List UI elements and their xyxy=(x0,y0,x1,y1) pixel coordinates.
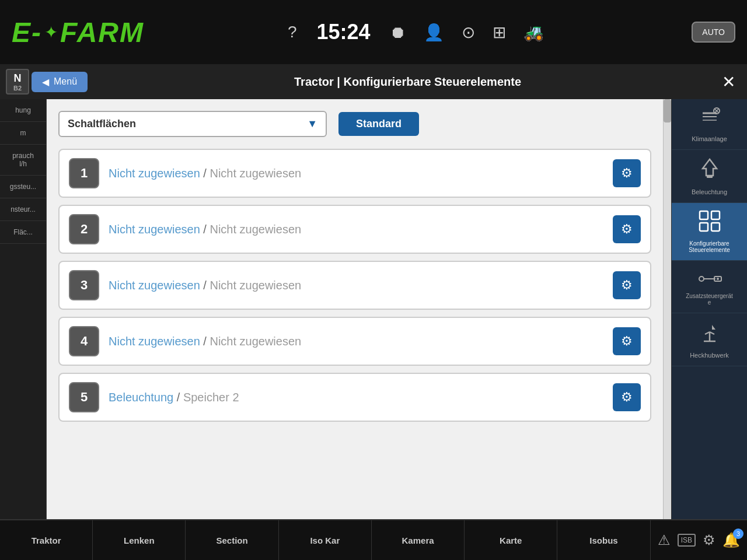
main-area: hung m prauchl/h gssteu... nsteur... Flä… xyxy=(0,99,747,519)
item-number-5: 5 xyxy=(69,382,99,412)
right-item-heckhubwerk[interactable]: Heckhubwerk xyxy=(672,313,747,366)
notification-count: 3 xyxy=(733,528,743,539)
beleuchtung-label: Beleuchtung xyxy=(692,188,727,195)
config-item-4: 4 Nicht zugewiesen / Nicht zugewiesen ⚙ xyxy=(58,317,651,366)
menu-button[interactable]: ◀ Menü xyxy=(32,72,88,92)
left-item-prauch: prauchl/h xyxy=(0,145,46,176)
left-item-gssteu: gssteu... xyxy=(0,176,46,198)
bell-icon[interactable]: 🔔 3 xyxy=(722,532,740,548)
right-sidebar: Klimaanlage Beleuchtung Ko xyxy=(671,99,747,519)
center-panel: Schaltflächen ▼ Standard 1 Nicht zugewie… xyxy=(47,99,663,519)
left-item-nsteur: nsteur... xyxy=(0,198,46,221)
klimaanlage-label: Klimaanlage xyxy=(692,135,727,142)
konfigurierbare-label: KonfigurierbareSteuerelemente xyxy=(689,240,730,253)
item-number-3: 3 xyxy=(69,270,99,300)
svg-rect-8 xyxy=(700,211,708,219)
dropdown-label: Schaltflächen xyxy=(68,118,136,130)
item-first-5: Beleuchtung xyxy=(109,391,173,404)
svg-point-15 xyxy=(717,278,719,280)
gear-button-4[interactable]: ⚙ xyxy=(613,327,641,355)
top-bar: E- ✦ FARM ? 15:24 ⏺ 👤 ⊙ ⊞ 🚜 AUTO xyxy=(0,0,747,64)
tab-isokar[interactable]: Iso Kar xyxy=(279,520,372,560)
zusatz-label: Zusatzsteuergeräte xyxy=(686,293,733,306)
gear-button-3[interactable]: ⚙ xyxy=(613,271,641,299)
item-first-4: Nicht zugewiesen xyxy=(109,335,200,348)
right-item-beleuchtung[interactable]: Beleuchtung xyxy=(672,150,747,203)
bottom-bar: Traktor Lenken Section Iso Kar Kamera Ka… xyxy=(0,519,747,560)
item-second-2: Nicht zugewiesen xyxy=(210,223,301,236)
rec-icon: ⏺ xyxy=(390,23,406,42)
dropdown-arrow-icon: ▼ xyxy=(307,118,317,130)
item-second-3: Nicht zugewiesen xyxy=(210,279,301,292)
item-label-4: Nicht zugewiesen / Nicht zugewiesen xyxy=(109,335,603,348)
standard-button[interactable]: Standard xyxy=(338,112,419,136)
svg-rect-11 xyxy=(711,223,720,231)
tab-isobus-label: Isobus xyxy=(589,536,617,545)
right-item-klimaanlage[interactable]: Klimaanlage xyxy=(672,99,747,150)
config-item-1: 1 Nicht zugewiesen / Nicht zugewiesen ⚙ xyxy=(58,149,651,198)
svg-rect-7 xyxy=(707,176,713,178)
svg-marker-6 xyxy=(703,159,717,176)
config-item-5: 5 Beleuchtung / Speicher 2 ⚙ xyxy=(58,373,651,422)
clock: 15:24 xyxy=(314,20,372,44)
close-button[interactable]: ✕ xyxy=(722,72,735,92)
item-sep-1: / xyxy=(203,167,210,180)
isb-badge: ISB xyxy=(678,534,696,547)
item-number-2: 2 xyxy=(69,214,99,244)
item-first-3: Nicht zugewiesen xyxy=(109,279,200,292)
tab-isokar-label: Iso Kar xyxy=(310,536,340,545)
left-item-m: m xyxy=(0,122,46,145)
settings-icon[interactable]: ⚙ xyxy=(703,532,715,548)
heckhubwerk-icon xyxy=(699,320,720,348)
top-center: ? 15:24 ⏺ 👤 ⊙ ⊞ 🚜 xyxy=(152,20,680,44)
tab-lenken-label: Lenken xyxy=(124,536,155,545)
help-icon[interactable]: ? xyxy=(288,23,297,41)
scrollbar[interactable] xyxy=(663,99,671,519)
schaltflachen-dropdown[interactable]: Schaltflächen ▼ xyxy=(58,111,327,137)
config-item-2: 2 Nicht zugewiesen / Nicht zugewiesen ⚙ xyxy=(58,205,651,254)
logo-text2: FARM xyxy=(60,16,144,48)
tab-section-label: Section xyxy=(216,536,247,545)
left-sidebar: hung m prauchl/h gssteu... nsteur... Flä… xyxy=(0,99,47,519)
second-bar: N B2 ◀ Menü Tractor | Konfigurierbare St… xyxy=(0,64,747,99)
config-item-3: 3 Nicht zugewiesen / Nicht zugewiesen ⚙ xyxy=(58,261,651,310)
right-item-konfigurierbare[interactable]: KonfigurierbareSteuerelemente xyxy=(672,203,747,261)
tab-traktor-label: Traktor xyxy=(32,536,61,545)
gear-button-2[interactable]: ⚙ xyxy=(613,215,641,243)
beleuchtung-icon xyxy=(699,157,720,185)
b2-label: B2 xyxy=(13,85,22,92)
n-label: N xyxy=(14,72,22,85)
gear-button-5[interactable]: ⚙ xyxy=(613,383,641,411)
item-second-4: Nicht zugewiesen xyxy=(210,335,301,348)
tab-karte-label: Karte xyxy=(500,536,522,545)
tab-karte[interactable]: Karte xyxy=(465,520,557,560)
bottom-icons: ⚠ ISB ⚙ 🔔 3 xyxy=(651,520,747,560)
warning-icon[interactable]: ⚠ xyxy=(658,532,671,548)
tab-traktor[interactable]: Traktor xyxy=(0,520,93,560)
svg-rect-9 xyxy=(711,211,720,219)
tab-isobus[interactable]: Isobus xyxy=(557,520,650,560)
item-number-1: 1 xyxy=(69,158,99,188)
item-number-4: 4 xyxy=(69,326,99,356)
right-item-zusatz[interactable]: Zusatzsteuergeräte xyxy=(672,261,747,313)
tab-lenken[interactable]: Lenken xyxy=(93,520,186,560)
tractor-icon: 🚜 xyxy=(523,23,544,42)
item-sep-5: / xyxy=(177,391,183,404)
user-icon[interactable]: 👤 xyxy=(424,23,444,42)
auto-button[interactable]: AUTO xyxy=(692,22,735,43)
menu-label: Menü xyxy=(54,76,77,87)
tab-section[interactable]: Section xyxy=(186,520,278,560)
gear-button-1[interactable]: ⚙ xyxy=(613,159,641,187)
item-second-1: Nicht zugewiesen xyxy=(210,167,301,180)
svg-point-12 xyxy=(699,276,704,281)
item-sep-3: / xyxy=(203,279,210,292)
item-label-3: Nicht zugewiesen / Nicht zugewiesen xyxy=(109,279,603,292)
svg-rect-10 xyxy=(700,223,708,231)
left-item-hung: hung xyxy=(0,99,46,122)
logo-text: E- xyxy=(12,16,42,48)
dropdown-row: Schaltflächen ▼ Standard xyxy=(58,111,651,137)
item-sep-2: / xyxy=(203,223,210,236)
grid-icon[interactable]: ⊞ xyxy=(493,23,506,42)
item-label-1: Nicht zugewiesen / Nicht zugewiesen xyxy=(109,167,603,180)
tab-kamera[interactable]: Kamera xyxy=(372,520,465,560)
